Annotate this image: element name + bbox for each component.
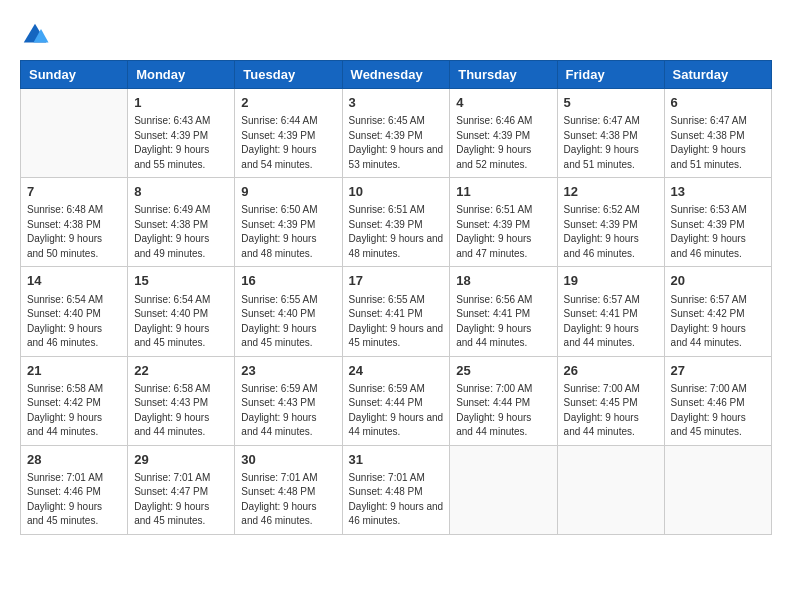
calendar-cell: 29Sunrise: 7:01 AMSunset: 4:47 PMDayligh…	[128, 445, 235, 534]
day-number: 21	[27, 362, 121, 380]
day-info: Sunrise: 7:01 AMSunset: 4:46 PMDaylight:…	[27, 471, 121, 529]
day-info: Sunrise: 6:47 AMSunset: 4:38 PMDaylight:…	[564, 114, 658, 172]
day-number: 19	[564, 272, 658, 290]
logo	[20, 20, 54, 50]
day-info: Sunrise: 6:44 AMSunset: 4:39 PMDaylight:…	[241, 114, 335, 172]
day-info: Sunrise: 7:00 AMSunset: 4:45 PMDaylight:…	[564, 382, 658, 440]
day-number: 26	[564, 362, 658, 380]
day-info: Sunrise: 6:57 AMSunset: 4:41 PMDaylight:…	[564, 293, 658, 351]
day-number: 9	[241, 183, 335, 201]
day-number: 13	[671, 183, 765, 201]
calendar-cell: 1Sunrise: 6:43 AMSunset: 4:39 PMDaylight…	[128, 89, 235, 178]
calendar-cell: 21Sunrise: 6:58 AMSunset: 4:42 PMDayligh…	[21, 356, 128, 445]
calendar-cell: 7Sunrise: 6:48 AMSunset: 4:38 PMDaylight…	[21, 178, 128, 267]
calendar-cell	[21, 89, 128, 178]
day-info: Sunrise: 6:43 AMSunset: 4:39 PMDaylight:…	[134, 114, 228, 172]
day-number: 4	[456, 94, 550, 112]
day-info: Sunrise: 6:49 AMSunset: 4:38 PMDaylight:…	[134, 203, 228, 261]
calendar-cell: 18Sunrise: 6:56 AMSunset: 4:41 PMDayligh…	[450, 267, 557, 356]
logo-icon	[20, 20, 50, 50]
day-info: Sunrise: 6:48 AMSunset: 4:38 PMDaylight:…	[27, 203, 121, 261]
week-row-5: 28Sunrise: 7:01 AMSunset: 4:46 PMDayligh…	[21, 445, 772, 534]
calendar-cell: 5Sunrise: 6:47 AMSunset: 4:38 PMDaylight…	[557, 89, 664, 178]
calendar-cell: 23Sunrise: 6:59 AMSunset: 4:43 PMDayligh…	[235, 356, 342, 445]
day-number: 3	[349, 94, 444, 112]
day-info: Sunrise: 6:51 AMSunset: 4:39 PMDaylight:…	[349, 203, 444, 261]
calendar-cell: 28Sunrise: 7:01 AMSunset: 4:46 PMDayligh…	[21, 445, 128, 534]
column-header-saturday: Saturday	[664, 61, 771, 89]
calendar-cell: 25Sunrise: 7:00 AMSunset: 4:44 PMDayligh…	[450, 356, 557, 445]
calendar-cell	[664, 445, 771, 534]
calendar-cell: 2Sunrise: 6:44 AMSunset: 4:39 PMDaylight…	[235, 89, 342, 178]
calendar-cell: 11Sunrise: 6:51 AMSunset: 4:39 PMDayligh…	[450, 178, 557, 267]
calendar-cell: 30Sunrise: 7:01 AMSunset: 4:48 PMDayligh…	[235, 445, 342, 534]
calendar-cell: 12Sunrise: 6:52 AMSunset: 4:39 PMDayligh…	[557, 178, 664, 267]
calendar-cell: 9Sunrise: 6:50 AMSunset: 4:39 PMDaylight…	[235, 178, 342, 267]
day-info: Sunrise: 6:56 AMSunset: 4:41 PMDaylight:…	[456, 293, 550, 351]
calendar-cell: 16Sunrise: 6:55 AMSunset: 4:40 PMDayligh…	[235, 267, 342, 356]
calendar-body: 1Sunrise: 6:43 AMSunset: 4:39 PMDaylight…	[21, 89, 772, 535]
day-number: 11	[456, 183, 550, 201]
calendar-cell: 19Sunrise: 6:57 AMSunset: 4:41 PMDayligh…	[557, 267, 664, 356]
day-number: 16	[241, 272, 335, 290]
day-info: Sunrise: 6:47 AMSunset: 4:38 PMDaylight:…	[671, 114, 765, 172]
column-header-wednesday: Wednesday	[342, 61, 450, 89]
day-number: 7	[27, 183, 121, 201]
day-number: 6	[671, 94, 765, 112]
day-info: Sunrise: 6:52 AMSunset: 4:39 PMDaylight:…	[564, 203, 658, 261]
week-row-1: 1Sunrise: 6:43 AMSunset: 4:39 PMDaylight…	[21, 89, 772, 178]
day-info: Sunrise: 6:54 AMSunset: 4:40 PMDaylight:…	[27, 293, 121, 351]
page-header	[20, 20, 772, 50]
column-header-monday: Monday	[128, 61, 235, 89]
calendar-cell: 15Sunrise: 6:54 AMSunset: 4:40 PMDayligh…	[128, 267, 235, 356]
day-info: Sunrise: 6:51 AMSunset: 4:39 PMDaylight:…	[456, 203, 550, 261]
day-info: Sunrise: 6:58 AMSunset: 4:42 PMDaylight:…	[27, 382, 121, 440]
day-number: 14	[27, 272, 121, 290]
calendar-cell: 13Sunrise: 6:53 AMSunset: 4:39 PMDayligh…	[664, 178, 771, 267]
calendar-header: SundayMondayTuesdayWednesdayThursdayFrid…	[21, 61, 772, 89]
calendar-cell: 22Sunrise: 6:58 AMSunset: 4:43 PMDayligh…	[128, 356, 235, 445]
day-info: Sunrise: 6:54 AMSunset: 4:40 PMDaylight:…	[134, 293, 228, 351]
day-info: Sunrise: 6:55 AMSunset: 4:40 PMDaylight:…	[241, 293, 335, 351]
day-number: 8	[134, 183, 228, 201]
day-number: 20	[671, 272, 765, 290]
day-info: Sunrise: 6:58 AMSunset: 4:43 PMDaylight:…	[134, 382, 228, 440]
column-header-thursday: Thursday	[450, 61, 557, 89]
calendar-cell: 4Sunrise: 6:46 AMSunset: 4:39 PMDaylight…	[450, 89, 557, 178]
day-number: 18	[456, 272, 550, 290]
day-number: 17	[349, 272, 444, 290]
day-info: Sunrise: 6:46 AMSunset: 4:39 PMDaylight:…	[456, 114, 550, 172]
calendar-cell: 8Sunrise: 6:49 AMSunset: 4:38 PMDaylight…	[128, 178, 235, 267]
day-number: 24	[349, 362, 444, 380]
day-number: 12	[564, 183, 658, 201]
header-row: SundayMondayTuesdayWednesdayThursdayFrid…	[21, 61, 772, 89]
calendar-cell: 20Sunrise: 6:57 AMSunset: 4:42 PMDayligh…	[664, 267, 771, 356]
day-number: 31	[349, 451, 444, 469]
day-info: Sunrise: 6:50 AMSunset: 4:39 PMDaylight:…	[241, 203, 335, 261]
calendar-cell: 17Sunrise: 6:55 AMSunset: 4:41 PMDayligh…	[342, 267, 450, 356]
day-number: 27	[671, 362, 765, 380]
day-number: 25	[456, 362, 550, 380]
day-number: 28	[27, 451, 121, 469]
day-info: Sunrise: 7:01 AMSunset: 4:47 PMDaylight:…	[134, 471, 228, 529]
day-info: Sunrise: 6:57 AMSunset: 4:42 PMDaylight:…	[671, 293, 765, 351]
day-info: Sunrise: 6:53 AMSunset: 4:39 PMDaylight:…	[671, 203, 765, 261]
calendar-cell: 24Sunrise: 6:59 AMSunset: 4:44 PMDayligh…	[342, 356, 450, 445]
day-number: 22	[134, 362, 228, 380]
week-row-3: 14Sunrise: 6:54 AMSunset: 4:40 PMDayligh…	[21, 267, 772, 356]
day-info: Sunrise: 6:45 AMSunset: 4:39 PMDaylight:…	[349, 114, 444, 172]
calendar-cell	[450, 445, 557, 534]
calendar-cell: 31Sunrise: 7:01 AMSunset: 4:48 PMDayligh…	[342, 445, 450, 534]
day-number: 29	[134, 451, 228, 469]
day-info: Sunrise: 6:59 AMSunset: 4:44 PMDaylight:…	[349, 382, 444, 440]
day-info: Sunrise: 6:55 AMSunset: 4:41 PMDaylight:…	[349, 293, 444, 351]
calendar-cell: 27Sunrise: 7:00 AMSunset: 4:46 PMDayligh…	[664, 356, 771, 445]
calendar-cell	[557, 445, 664, 534]
week-row-2: 7Sunrise: 6:48 AMSunset: 4:38 PMDaylight…	[21, 178, 772, 267]
day-info: Sunrise: 7:01 AMSunset: 4:48 PMDaylight:…	[241, 471, 335, 529]
column-header-sunday: Sunday	[21, 61, 128, 89]
calendar-cell: 6Sunrise: 6:47 AMSunset: 4:38 PMDaylight…	[664, 89, 771, 178]
column-header-friday: Friday	[557, 61, 664, 89]
day-info: Sunrise: 6:59 AMSunset: 4:43 PMDaylight:…	[241, 382, 335, 440]
day-number: 23	[241, 362, 335, 380]
